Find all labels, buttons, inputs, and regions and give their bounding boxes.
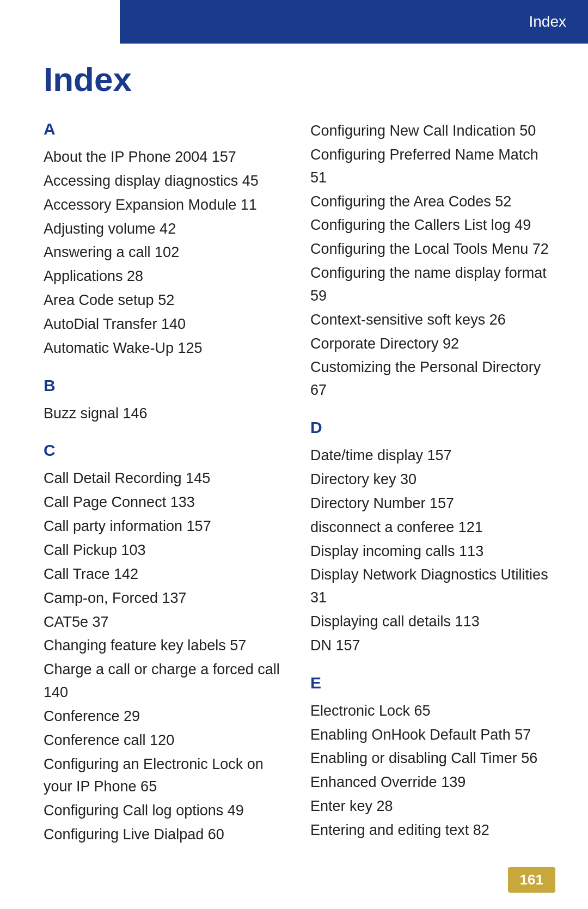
index-item: AutoDial Transfer 140 <box>44 313 289 336</box>
index-item: Camp-on, Forced 137 <box>44 587 289 610</box>
section-letter-c: C <box>44 441 289 460</box>
index-item: Call Page Connect 133 <box>44 491 289 514</box>
header-bar: Index <box>120 0 588 44</box>
index-item: Corporate Directory 92 <box>310 333 555 356</box>
index-item: disconnect a conferee 121 <box>310 516 555 539</box>
index-item: CAT5e 37 <box>44 611 289 634</box>
content-area: AAbout the IP Phone 2004 157Accessing di… <box>44 120 555 855</box>
index-item: Call Trace 142 <box>44 563 289 586</box>
index-item: DN 157 <box>310 635 555 657</box>
index-item: Context-sensitive soft keys 26 <box>310 309 555 332</box>
index-item: Displaying call details 113 <box>310 611 555 633</box>
index-item: Conference call 120 <box>44 729 289 752</box>
page-number: 161 <box>508 867 555 893</box>
index-item: Customizing the Personal Directory 67 <box>310 356 555 402</box>
section-letter-e: E <box>310 674 555 692</box>
index-item: Entering and editing text 82 <box>310 819 555 842</box>
index-item: Call Detail Recording 145 <box>44 467 289 490</box>
index-item: Configuring the Area Codes 52 <box>310 191 555 213</box>
index-item: Configuring the Local Tools Menu 72 <box>310 238 555 261</box>
section-letter-a: A <box>44 120 289 138</box>
index-item: Area Code setup 52 <box>44 289 289 312</box>
index-item: Adjusting volume 42 <box>44 218 289 241</box>
index-item: About the IP Phone 2004 157 <box>44 146 289 169</box>
index-item: Configuring the name display format 59 <box>310 262 555 308</box>
index-item: Configuring New Call Indication 50 <box>310 120 555 143</box>
index-item: Configuring the Callers List log 49 <box>310 214 555 237</box>
header-title: Index <box>529 13 567 30</box>
index-item: Conference 29 <box>44 705 289 728</box>
index-item: Configuring Preferred Name Match 51 <box>310 144 555 190</box>
index-item: Automatic Wake-Up 125 <box>44 337 289 360</box>
index-item: Display incoming calls 113 <box>310 540 555 563</box>
index-item: Directory key 30 <box>310 468 555 491</box>
index-item: Accessory Expansion Module 11 <box>44 194 289 217</box>
index-item: Charge a call or charge a forced call 14… <box>44 658 289 704</box>
index-item: Changing feature key labels 57 <box>44 635 289 657</box>
index-item: Buzz signal 146 <box>44 402 289 425</box>
index-item: Enhanced Override 139 <box>310 771 555 794</box>
section-letter-d: D <box>310 418 555 437</box>
index-item: Applications 28 <box>44 265 289 288</box>
index-item: Configuring an Electronic Lock on your I… <box>44 753 289 799</box>
index-item: Enabling or disabling Call Timer 56 <box>310 747 555 770</box>
section-letter-b: B <box>44 376 289 395</box>
page-title: Index <box>44 60 132 99</box>
index-item: Display Network Diagnostics Utilities 31 <box>310 564 555 609</box>
index-item: Answering a call 102 <box>44 241 289 264</box>
index-item: Directory Number 157 <box>310 492 555 515</box>
index-item: Enter key 28 <box>310 795 555 818</box>
left-column: AAbout the IP Phone 2004 157Accessing di… <box>44 120 289 855</box>
index-item: Date/time display 157 <box>310 444 555 467</box>
index-item: Call Pickup 103 <box>44 539 289 562</box>
index-item: Electronic Lock 65 <box>310 700 555 723</box>
index-item: Configuring Live Dialpad 60 <box>44 823 289 846</box>
index-item: Configuring Call log options 49 <box>44 800 289 822</box>
right-column: Configuring New Call Indication 50Config… <box>310 120 555 855</box>
index-item: Accessing display diagnostics 45 <box>44 170 289 193</box>
index-item: Enabling OnHook Default Path 57 <box>310 724 555 747</box>
index-item: Call party information 157 <box>44 515 289 538</box>
